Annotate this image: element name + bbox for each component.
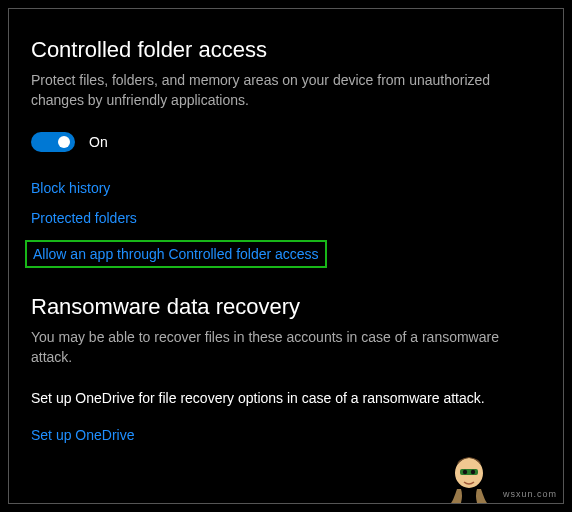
setup-onedrive-link[interactable]: Set up OneDrive [31, 427, 541, 443]
controlled-folder-access-toggle[interactable] [31, 132, 75, 152]
protected-folders-link[interactable]: Protected folders [31, 210, 541, 226]
ransomware-desc: You may be able to recover files in thes… [31, 328, 541, 367]
toggle-state-label: On [89, 134, 108, 150]
block-history-link[interactable]: Block history [31, 180, 541, 196]
svg-rect-1 [460, 469, 478, 475]
highlight-box: Allow an app through Controlled folder a… [25, 240, 327, 268]
svg-point-2 [463, 470, 467, 474]
settings-panel: Controlled folder access Protect files, … [8, 8, 564, 504]
watermark: wsxun.com [503, 489, 557, 499]
ransomware-title: Ransomware data recovery [31, 294, 541, 320]
controlled-folder-access-desc: Protect files, folders, and memory areas… [31, 71, 541, 110]
allow-app-link[interactable]: Allow an app through Controlled folder a… [33, 246, 319, 262]
onedrive-body: Set up OneDrive for file recovery option… [31, 389, 541, 409]
ransomware-section: Ransomware data recovery You may be able… [31, 294, 541, 443]
svg-point-3 [471, 470, 475, 474]
toggle-row: On [31, 132, 541, 152]
controlled-folder-access-title: Controlled folder access [31, 37, 541, 63]
toggle-knob [58, 136, 70, 148]
mascot-icon [447, 453, 491, 503]
